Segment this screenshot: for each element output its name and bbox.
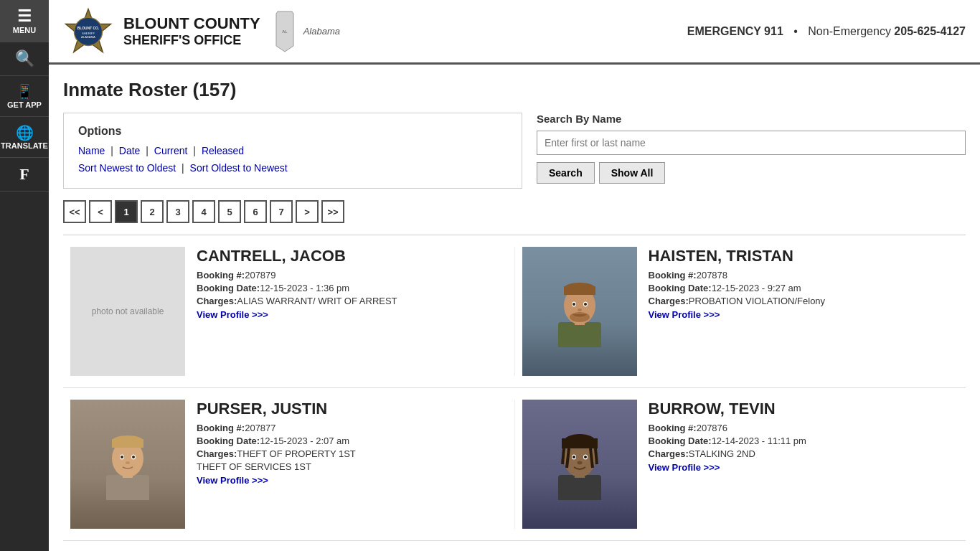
booking-num: Booking #:207877 xyxy=(197,423,356,433)
charges: Charges:ALIAS WARRANT/ WRIT OF ARREST xyxy=(197,296,397,306)
inmate-photo-purser xyxy=(70,400,185,529)
main-content: Inmate Roster (157) Options Name | Date … xyxy=(49,65,980,551)
header-emergency: EMERGENCY 911 • Non-Emergency 205-625-41… xyxy=(687,25,966,38)
inmate-row: PURSER, JUSTIN Booking #:207877 Booking … xyxy=(63,388,966,541)
no-photo-label: photo not available xyxy=(92,306,164,316)
sort-oldest-link[interactable]: Sort Oldest to Newest xyxy=(190,162,288,174)
sidebar-item-menu[interactable]: ☰ MENU xyxy=(0,0,49,42)
sort-sep: | xyxy=(182,162,187,174)
svg-point-13 xyxy=(573,303,575,306)
booking-num: Booking #:207876 xyxy=(649,423,806,433)
emergency-label: EMERGENCY 911 xyxy=(687,25,783,37)
getapp-label: GET APP xyxy=(7,100,42,109)
view-profile-link[interactable]: View Profile >>> xyxy=(197,309,397,320)
svg-text:AL: AL xyxy=(282,29,288,34)
page-btn-1[interactable]: 1 xyxy=(115,200,138,223)
page-btn-5[interactable]: 5 xyxy=(218,200,241,223)
globe-icon: 🌐 xyxy=(16,124,34,141)
separator: • xyxy=(793,25,798,37)
options-box: Options Name | Date | Current | Released… xyxy=(63,113,522,189)
header: BLOUNT CO. SHERIFF ALABAMA BLOUNT COUNTY… xyxy=(49,0,980,65)
svg-rect-21 xyxy=(112,439,143,448)
svg-rect-17 xyxy=(106,475,149,500)
options-sort: Sort Newest to Oldest | Sort Oldest to N… xyxy=(78,162,507,174)
charges: Charges:THEFT OF PROPERTY 1ST xyxy=(197,448,356,459)
page-btn-[interactable]: > xyxy=(296,200,319,223)
pagination: <<<1234567>>> xyxy=(63,200,966,223)
svg-point-15 xyxy=(578,309,582,311)
filter-current-link[interactable]: Current xyxy=(154,145,188,156)
search-box: Search By Name Search Show All xyxy=(537,113,966,184)
filter-date-link[interactable]: Date xyxy=(119,145,141,156)
translate-label: TRANSLATE xyxy=(1,141,48,150)
search-input[interactable] xyxy=(537,131,966,155)
page-btn-[interactable]: < xyxy=(89,200,112,223)
page-btn-7[interactable]: 7 xyxy=(270,200,293,223)
page-btn-2[interactable]: 2 xyxy=(141,200,164,223)
sidebar-item-translate[interactable]: 🌐 TRANSLATE xyxy=(0,117,49,158)
inmate-photo-cantrell: photo not available xyxy=(70,247,185,376)
svg-point-14 xyxy=(584,303,587,306)
inmate-info-haisten: HAISTEN, TRISTAN Booking #:207878 Bookin… xyxy=(649,247,826,376)
inmate-purser: PURSER, JUSTIN Booking #:207877 Booking … xyxy=(63,400,514,529)
svg-text:ALABAMA: ALABAMA xyxy=(81,35,95,39)
inmate-info-cantrell: CANTRELL, JACOB Booking #:207879 Booking… xyxy=(197,247,397,376)
page-btn-4[interactable]: 4 xyxy=(192,200,215,223)
charges-2: THEFT OF SERVICES 1ST xyxy=(197,461,356,472)
svg-text:SHERIFF: SHERIFF xyxy=(82,31,95,34)
view-profile-link[interactable]: View Profile >>> xyxy=(649,309,826,320)
booking-date: Booking Date:12-14-2023 - 11:11 pm xyxy=(649,435,806,446)
filter-released-link[interactable]: Released xyxy=(202,145,244,156)
page-btn-3[interactable]: 3 xyxy=(166,200,189,223)
booking-date: Booking Date:12-15-2023 - 9:27 am xyxy=(649,283,826,293)
nonemergency-label: Non-Emergency xyxy=(808,25,891,37)
sidebar-item-getapp[interactable]: 📱 GET APP xyxy=(0,76,49,117)
facebook-icon: f xyxy=(19,165,29,184)
charges: Charges:PROBATION VIOLATION/Felony xyxy=(649,296,826,306)
page-btn-6[interactable]: 6 xyxy=(244,200,267,223)
state-label: Alabama xyxy=(303,26,340,37)
svg-text:BLOUNT CO.: BLOUNT CO. xyxy=(77,26,100,29)
sidebar-item-facebook[interactable]: f xyxy=(0,158,49,192)
inmate-burrow: BURROW, TEVIN Booking #:207876 Booking D… xyxy=(514,400,966,529)
sep2: | xyxy=(146,145,151,156)
sort-newest-link[interactable]: Sort Newest to Oldest xyxy=(78,162,176,174)
options-links: Name | Date | Current | Released xyxy=(78,145,507,156)
view-profile-link[interactable]: View Profile >>> xyxy=(649,462,806,473)
agency-line2: SHERIFF'S OFFICE xyxy=(123,33,260,48)
inmate-name: CANTRELL, JACOB xyxy=(197,247,397,265)
charges: Charges:STALKING 2ND xyxy=(649,448,806,459)
svg-line-32 xyxy=(562,448,564,464)
options-heading: Options xyxy=(78,125,507,138)
svg-rect-31 xyxy=(562,438,598,448)
sheriff-badge-icon: BLOUNT CO. SHERIFF ALABAMA xyxy=(63,6,113,57)
sidebar-item-search[interactable]: 🔍 xyxy=(0,42,49,76)
options-search-row: Options Name | Date | Current | Released… xyxy=(63,113,966,189)
sep1: | xyxy=(110,145,116,156)
inmate-info-purser: PURSER, JUSTIN Booking #:207877 Booking … xyxy=(197,400,356,529)
inmate-photo-burrow xyxy=(522,400,637,529)
svg-point-24 xyxy=(121,456,123,458)
inmate-name: PURSER, JUSTIN xyxy=(197,400,356,418)
inmate-list: photo not available CANTRELL, JACOB Book… xyxy=(63,235,966,541)
page-btn-[interactable]: << xyxy=(63,200,86,223)
svg-point-38 xyxy=(573,456,575,458)
inmate-photo-haisten xyxy=(522,247,637,376)
filter-name-link[interactable]: Name xyxy=(78,145,105,156)
state-outline-icon: AL xyxy=(270,10,299,53)
svg-point-40 xyxy=(577,461,582,465)
svg-rect-27 xyxy=(558,475,601,500)
page-btn-[interactable]: >> xyxy=(321,200,344,223)
booking-date: Booking Date:12-15-2023 - 2:07 am xyxy=(197,435,356,446)
inmate-cantrell: photo not available CANTRELL, JACOB Book… xyxy=(63,247,514,376)
view-profile-link[interactable]: View Profile >>> xyxy=(197,475,356,486)
state-seal: AL Alabama xyxy=(270,10,340,53)
svg-line-35 xyxy=(595,448,597,464)
inmate-haisten: HAISTEN, TRISTAN Booking #:207878 Bookin… xyxy=(514,247,966,376)
search-button[interactable]: Search xyxy=(537,162,595,184)
inmate-info-burrow: BURROW, TEVIN Booking #:207876 Booking D… xyxy=(649,400,806,529)
phone-icon: 📱 xyxy=(16,83,34,100)
mugshot-purser-svg xyxy=(99,428,156,500)
show-all-button[interactable]: Show All xyxy=(599,162,666,184)
nonemergency-number: 205-625-4127 xyxy=(894,25,966,37)
